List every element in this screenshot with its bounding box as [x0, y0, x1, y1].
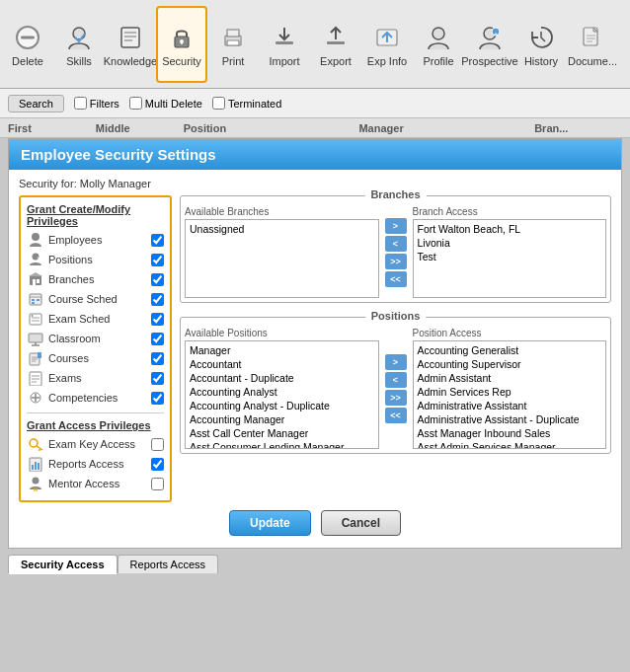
- pos-move-all-right-btn[interactable]: >>: [385, 390, 407, 406]
- priv-exams-label: Exams: [48, 372, 149, 384]
- available-branches-list[interactable]: Unassigned: [185, 219, 379, 298]
- grant-create-label[interactable]: Grant Create/Modify Privileges: [27, 203, 164, 227]
- priv-mentor-checkbox[interactable]: [151, 478, 164, 490]
- priv-employees-label: Employees: [48, 234, 149, 246]
- filters-checkbox-label[interactable]: Filters: [74, 97, 119, 110]
- list-item[interactable]: Asst Call Center Manager: [188, 426, 376, 440]
- list-item[interactable]: Accounting Manager: [188, 412, 376, 426]
- priv-classroom-checkbox[interactable]: [151, 333, 164, 345]
- toolbar-item-security[interactable]: Security: [156, 6, 207, 83]
- available-positions-label: Available Positions: [185, 328, 379, 338]
- svg-rect-34: [32, 299, 35, 301]
- priv-branches-checkbox[interactable]: [151, 273, 164, 286]
- list-item[interactable]: Unassigned: [188, 222, 376, 236]
- report-icon: [27, 455, 44, 473]
- branch-move-all-right-btn[interactable]: >>: [385, 254, 407, 269]
- available-branches-label: Available Branches: [185, 206, 379, 217]
- svg-rect-35: [37, 299, 39, 301]
- svg-rect-36: [32, 302, 35, 304]
- toolbar-item-profile[interactable]: Profile: [413, 6, 464, 83]
- priv-examsched-checkbox[interactable]: [151, 313, 164, 326]
- priv-competencies-checkbox[interactable]: [151, 392, 164, 405]
- cancel-button[interactable]: Cancel: [321, 510, 401, 536]
- col-middle: Middle: [96, 122, 184, 134]
- branch-move-left-btn[interactable]: <: [385, 236, 407, 252]
- svg-marker-31: [29, 272, 42, 276]
- priv-row-employees: Employees: [27, 231, 164, 249]
- list-item[interactable]: Asst Admin Services Manager: [416, 440, 604, 449]
- list-item[interactable]: Livonia: [416, 236, 604, 250]
- list-item[interactable]: Administrative Assistant - Duplicate: [416, 412, 604, 426]
- list-item[interactable]: Accountant: [188, 357, 376, 371]
- list-item[interactable]: Accounting Supervisor: [416, 357, 604, 371]
- priv-examkey-checkbox[interactable]: [151, 438, 164, 451]
- position-access-label: Position Access: [413, 328, 607, 338]
- terminated-checkbox[interactable]: [212, 97, 225, 110]
- svg-point-25: [32, 233, 39, 241]
- priv-positions-checkbox[interactable]: [151, 254, 164, 266]
- branch-move-right-btn[interactable]: >: [385, 218, 407, 234]
- list-item[interactable]: Asst Consumer Lending Manager: [188, 440, 376, 449]
- list-item[interactable]: Manager: [188, 343, 376, 357]
- priv-employees-checkbox[interactable]: [151, 234, 164, 247]
- pos-move-all-left-btn[interactable]: <<: [385, 408, 407, 423]
- minus-circle-icon: [12, 22, 43, 53]
- mentor-icon: M: [27, 475, 44, 492]
- employee-security-dialog: Employee Security Settings Security for:…: [8, 138, 622, 549]
- toolbar-item-history[interactable]: History: [515, 6, 567, 83]
- toolbar-item-delete[interactable]: Delete: [2, 6, 53, 83]
- multidelete-checkbox-label[interactable]: Multi Delete: [129, 97, 202, 110]
- pos-move-left-btn[interactable]: <: [385, 372, 407, 388]
- toolbar-item-export[interactable]: Export: [310, 6, 361, 83]
- priv-row-coursesched: Course Sched: [27, 290, 164, 308]
- toolbar-item-expinfo[interactable]: Exp Info: [361, 6, 413, 83]
- list-item[interactable]: Admin Services Rep: [416, 385, 604, 399]
- svg-point-40: [32, 315, 34, 317]
- toolbar-item-import[interactable]: Import: [259, 6, 310, 83]
- tab-reports-access[interactable]: Reports Access: [118, 555, 218, 573]
- list-item[interactable]: Asst Manager Inbound Sales: [416, 426, 604, 440]
- toolbar-item-skills[interactable]: Skills: [53, 6, 105, 83]
- list-item[interactable]: Accounting Generalist: [416, 343, 604, 357]
- priv-row-reports: Reports Access: [27, 455, 164, 473]
- list-item[interactable]: Accountant - Duplicate: [188, 371, 376, 385]
- position-access-list[interactable]: Accounting Generalist Accounting Supervi…: [413, 340, 607, 449]
- toolbar-item-prospective[interactable]: + Prospective: [464, 6, 515, 83]
- branch-access-list[interactable]: Fort Walton Beach, FL Livonia Test: [413, 219, 607, 298]
- list-item[interactable]: Administrative Assistant: [416, 399, 604, 412]
- svg-rect-62: [38, 463, 39, 470]
- pos-move-right-btn[interactable]: >: [385, 354, 407, 370]
- priv-coursesched-checkbox[interactable]: [151, 293, 164, 306]
- grant-access-label[interactable]: Grant Access Privileges: [27, 419, 164, 431]
- list-item[interactable]: Accounting Analyst: [188, 385, 376, 399]
- list-item[interactable]: Test: [416, 250, 604, 263]
- branch-move-all-left-btn[interactable]: <<: [385, 271, 407, 287]
- terminated-checkbox-label[interactable]: Terminated: [212, 97, 281, 110]
- column-headers: First Middle Position Manager Bran...: [0, 118, 630, 138]
- filters-checkbox[interactable]: [74, 97, 87, 110]
- priv-exams-checkbox[interactable]: [151, 372, 164, 385]
- list-item[interactable]: Admin Assistant: [416, 371, 604, 385]
- list-item[interactable]: Accounting Analyst - Duplicate: [188, 399, 376, 412]
- search-button[interactable]: Search: [8, 95, 64, 112]
- priv-classroom-label: Classroom: [48, 333, 149, 344]
- available-positions-box: Available Positions Manager Accountant A…: [185, 328, 379, 449]
- col-position: Position: [184, 122, 359, 134]
- priv-competencies-label: Competencies: [48, 392, 149, 404]
- update-button[interactable]: Update: [229, 510, 311, 536]
- list-item[interactable]: Fort Walton Beach, FL: [416, 222, 604, 236]
- positions-title: Positions: [365, 310, 427, 322]
- positions-inner: Available Positions Manager Accountant A…: [185, 328, 606, 449]
- toolbar-item-print[interactable]: Print: [207, 6, 259, 83]
- svg-rect-11: [227, 30, 239, 37]
- priv-courses-checkbox[interactable]: [151, 352, 164, 365]
- toolbar-item-document[interactable]: Docume...: [567, 6, 618, 83]
- toolbar-item-knowledge[interactable]: Knowledge: [105, 6, 156, 83]
- positions-icon: +: [27, 251, 44, 268]
- priv-reports-checkbox[interactable]: [151, 458, 164, 471]
- available-positions-list[interactable]: Manager Accountant Accountant - Duplicat…: [185, 340, 379, 449]
- branch-access-box: Branch Access Fort Walton Beach, FL Livo…: [413, 206, 607, 298]
- tab-security-access[interactable]: Security Access: [8, 555, 118, 574]
- exams-icon: [27, 369, 44, 387]
- multidelete-checkbox[interactable]: [129, 97, 142, 110]
